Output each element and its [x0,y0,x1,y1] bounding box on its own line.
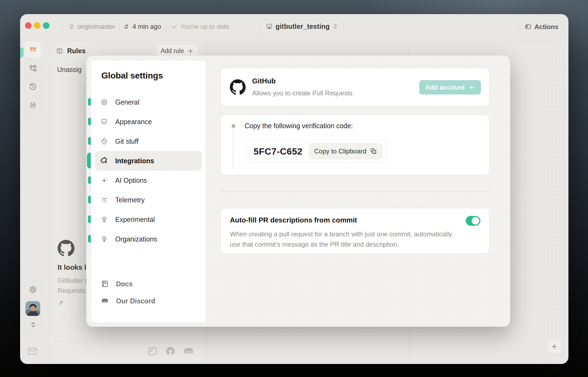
actions-button[interactable]: Actions [519,20,564,33]
open-source-icon[interactable] [165,345,176,357]
gear-icon [29,285,37,294]
pill-separator: | [118,23,121,30]
branch-name: origin/master [77,23,115,30]
project-name: gitbutler_testing [276,23,330,30]
github-card-subtitle: Allows you to create Pull Requests [252,89,353,97]
mail-icon [26,345,39,357]
butler-ai-icon [29,101,37,109]
nav-item-organizations[interactable]: Organizations [95,229,202,249]
nav-item-ai-options[interactable]: AI Options [95,171,202,190]
branches-icon [29,64,37,73]
nav-item-integrations[interactable]: Integrations [95,151,202,171]
toggle-knob [472,217,479,225]
github-icon [58,240,74,257]
copy-to-clipboard-button[interactable]: Copy to Clipboard [309,143,382,159]
bulb-icon [100,216,108,224]
rail-settings-button[interactable] [24,281,41,298]
nav-item-experimental[interactable]: Experimental [95,210,202,229]
up-to-date-status: You're up to date [171,20,229,33]
discord-icon [101,297,109,305]
section-divider [220,191,489,191]
last-sync-time: 4 min ago [132,23,161,30]
github-card-title: GitHub [252,77,276,85]
rules-icon [56,47,63,55]
discord-icon[interactable] [183,345,195,357]
minimize-window-button[interactable] [34,22,40,29]
changelog-icon[interactable] [147,345,158,357]
chevron-updown-icon [29,320,37,329]
check-icon [171,23,178,30]
rail-workspace-button[interactable] [24,41,41,58]
nav-item-docs[interactable]: Docs [97,277,133,291]
ai-actions-icon [524,23,532,30]
autofill-toggle[interactable] [466,216,480,226]
gear-hex-icon [100,98,108,106]
mask-icon [100,118,108,126]
project-switcher[interactable]: gitbutler_testing [261,20,344,33]
remote-branch-icon [68,23,75,30]
plus-icon [551,343,558,350]
verification-card: Copy the following verification code: 5F… [220,115,489,175]
step-dot [232,124,235,128]
zoom-window-button[interactable] [43,22,49,29]
workbench-icon [28,45,37,54]
app-window: origin/master | 4 min ago You're up to d… [20,14,568,364]
history-icon [29,82,37,91]
avatar [26,301,40,316]
book-icon [101,280,109,288]
step-line [233,131,233,169]
project-icon [266,23,273,30]
autofill-pr-card: Auto-fill PR descriptions from commit Wh… [220,208,489,254]
branch-status-pill[interactable]: origin/master | 4 min ago [63,20,166,33]
puzzle-icon [100,157,108,165]
drawer-handle[interactable] [20,47,24,58]
autofill-description: When creating a pull request for a branc… [230,229,464,250]
chevron-updown-icon [332,23,339,30]
user-menu[interactable] [24,300,41,332]
add-account-button[interactable]: Add account [419,80,481,95]
chart-icon [100,196,108,204]
nav-item-telemetry[interactable]: Telemetry [95,190,202,210]
github-icon [230,79,246,95]
autofill-title: Auto-fill PR descriptions from commit [230,216,357,224]
rail-branches-button[interactable] [24,60,41,77]
verification-instruction: Copy the following verification code: [245,122,353,130]
verification-code-box: 5FC7-C652 Copy to Clipboard [246,140,386,163]
feedback-mail-button[interactable] [26,345,39,357]
verification-code: 5FC7-C652 [254,146,302,157]
settings-nav-panel: Global settings General Appearance Git s… [91,60,206,323]
bulb-icon [100,235,108,243]
github-integration-card: GitHub Allows you to create Pull Request… [220,68,489,106]
rail-butler-ai-button[interactable] [24,97,41,114]
diamond-git-icon [100,137,108,145]
add-lane-button[interactable] [548,340,561,353]
nav-item-our-discord[interactable]: Our Discord [97,294,155,308]
rail-history-button[interactable] [24,78,41,95]
modal-title: Global settings [101,71,163,81]
nav-item-git-stuff[interactable]: Git stuff [95,131,202,151]
sparkle-icon [100,177,108,184]
copy-icon [370,148,377,155]
plus-icon [187,48,194,54]
global-settings-modal: Global settings General Appearance Git s… [86,55,510,327]
sync-icon [123,23,130,30]
rules-panel-footer [50,341,204,361]
nav-item-appearance[interactable]: Appearance [95,112,202,131]
rules-title: Rules [56,47,86,55]
settings-nav: General Appearance Git stuff Integration… [95,92,202,249]
close-window-button[interactable] [25,22,32,29]
nav-item-general[interactable]: General [95,92,202,112]
plus-icon [468,84,475,91]
